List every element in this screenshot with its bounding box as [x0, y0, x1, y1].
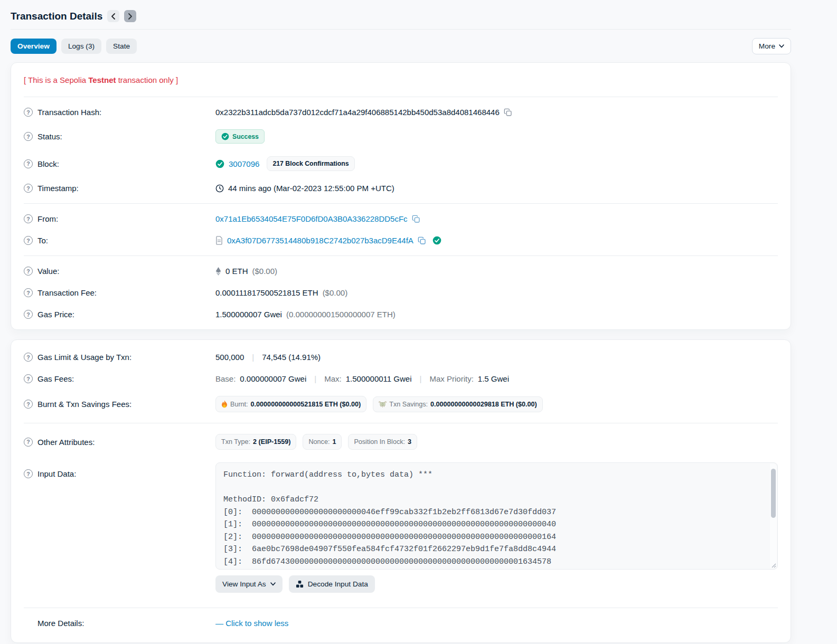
timestamp-label: Timestamp:	[37, 184, 79, 193]
transaction-hash-label: Transaction Hash:	[37, 108, 101, 117]
resize-handle-icon[interactable]	[770, 562, 776, 568]
page-header: Transaction Details	[11, 0, 791, 29]
burnt-fees-badge-label: Burnt:	[230, 401, 248, 408]
contract-file-icon	[215, 236, 223, 245]
help-icon[interactable]: ?	[24, 288, 33, 297]
max-fee-label: Max:	[324, 374, 342, 383]
help-icon[interactable]: ?	[24, 132, 33, 141]
row-from: ? From: 0x71a1Eb6534054E75F0D6fD0A3B0A33…	[24, 208, 778, 230]
money-with-wings-icon	[379, 401, 387, 408]
testnet-warning-prefix: [ This is a Sepolia	[24, 75, 88, 84]
decode-input-data-button[interactable]: Decode Input Data	[289, 575, 375, 593]
value-amount: 0 ETH	[225, 267, 248, 276]
input-data-scrollbar-track[interactable]	[770, 463, 777, 569]
transaction-fee-label: Transaction Fee:	[37, 288, 97, 297]
gas-fees-label: Gas Fees:	[37, 374, 74, 383]
tab-overview[interactable]: Overview	[11, 39, 57, 54]
row-transaction-fee: ? Transaction Fee: 0.000111817500521815 …	[24, 282, 778, 304]
help-icon[interactable]: ?	[24, 267, 33, 276]
testnet-warning-bold: Testnet	[88, 75, 116, 84]
burnt-fees-badge: Burnt: 0.000000000000521815 ETH ($0.00)	[215, 396, 366, 412]
from-address-link[interactable]: 0x71a1Eb6534054E75F0D6fD0A3B0A336228DD5c…	[215, 214, 408, 223]
chevron-left-icon	[111, 13, 116, 20]
nonce-badge: Nonce: 1	[303, 434, 342, 450]
copy-to-address-button[interactable]	[418, 236, 426, 245]
help-icon[interactable]: ?	[24, 469, 33, 478]
help-icon[interactable]: ?	[24, 438, 33, 447]
blocks-icon	[296, 580, 304, 588]
help-icon[interactable]: ?	[24, 374, 33, 383]
burnt-fees-badge-value: 0.000000000000521815 ETH ($0.00)	[251, 401, 361, 408]
row-burnt-savings: ? Burnt & Txn Savings Fees: Burnt: 0.000…	[24, 390, 778, 419]
position-in-block-value: 3	[408, 438, 411, 446]
fire-icon	[221, 400, 228, 408]
txn-type-value: 2 (EIP-1559)	[253, 438, 290, 446]
base-fee-value: 0.000000007 Gwei	[240, 374, 306, 383]
chevron-right-icon	[128, 13, 133, 20]
help-icon[interactable]: ?	[24, 400, 33, 409]
divider	[24, 608, 778, 608]
ethereum-icon	[215, 267, 221, 276]
view-input-as-label: View Input As	[222, 580, 266, 588]
help-icon[interactable]: ?	[24, 353, 33, 362]
view-input-as-button[interactable]: View Input As	[215, 575, 283, 593]
copy-from-address-button[interactable]	[412, 215, 420, 223]
clock-icon	[215, 184, 224, 193]
txn-savings-badge-value: 0.00000000000029818 ETH ($0.00)	[430, 401, 537, 408]
check-circle-icon	[215, 159, 224, 168]
tabs-row: Overview Logs (3) State More	[11, 38, 791, 54]
transaction-fee-usd: ($0.00)	[323, 288, 348, 297]
tab-logs[interactable]: Logs (3)	[61, 39, 101, 54]
help-icon[interactable]: ?	[24, 236, 33, 245]
show-less-link[interactable]: — Click to show less	[215, 619, 288, 628]
from-label: From:	[37, 214, 58, 223]
help-icon[interactable]: ?	[24, 214, 33, 223]
next-transaction-button[interactable]	[124, 10, 136, 22]
help-icon[interactable]: ?	[24, 159, 33, 168]
input-data-scrollbar-thumb[interactable]	[771, 469, 776, 518]
page-container: Transaction Details Overview Logs (3) St…	[11, 0, 791, 643]
nonce-value: 1	[332, 438, 336, 446]
input-data-textarea[interactable]: Function: forward(address to,bytes data)…	[215, 462, 778, 570]
header-divider	[11, 29, 791, 30]
help-icon[interactable]: ?	[24, 184, 33, 193]
gas-limit-value: 500,000	[215, 353, 244, 362]
help-icon[interactable]: ?	[24, 310, 33, 319]
row-other-attributes: ? Other Attributes: Txn Type: 2 (EIP-155…	[24, 428, 778, 456]
tab-state[interactable]: State	[106, 39, 137, 54]
decode-input-data-label: Decode Input Data	[308, 580, 368, 588]
verified-check-circle-icon	[432, 236, 441, 245]
input-data-label: Input Data:	[37, 469, 76, 478]
block-number-link[interactable]: 3007096	[229, 159, 259, 168]
value-label: Value:	[37, 267, 59, 276]
help-icon[interactable]: ?	[24, 108, 33, 117]
max-fee-value: 1.500000011 Gwei	[346, 374, 412, 383]
more-dropdown-button[interactable]: More	[752, 38, 791, 54]
testnet-warning-suffix: transaction only ]	[116, 75, 178, 84]
other-attributes-label: Other Attributes:	[37, 438, 95, 447]
max-priority-fee-value: 1.5 Gwei	[478, 374, 509, 383]
gas-price-label: Gas Price:	[37, 310, 74, 319]
row-gas-limit-usage: ? Gas Limit & Usage by Txn: 500,000 | 74…	[24, 344, 778, 368]
row-status: ? Status: Success	[24, 123, 778, 150]
copy-hash-button[interactable]	[504, 108, 512, 117]
input-data-content: Function: forward(address to,bytes data)…	[216, 463, 777, 569]
divider	[24, 97, 778, 97]
divider	[24, 255, 778, 256]
row-gas-fees: ? Gas Fees: Base: 0.000000007 Gwei | Max…	[24, 368, 778, 390]
overview-card: [ This is a Sepolia Testnet transaction …	[11, 62, 791, 330]
copy-icon	[412, 215, 420, 223]
more-details-label: More Details:	[37, 619, 84, 628]
row-gas-price: ? Gas Price: 1.500000007 Gwei (0.0000000…	[24, 304, 778, 325]
chevron-down-icon	[779, 44, 784, 48]
more-dropdown-label: More	[759, 42, 775, 50]
txn-savings-badge: Txn Savings: 0.00000000000029818 ETH ($0…	[373, 396, 542, 412]
page-title: Transaction Details	[11, 11, 102, 22]
row-block: ? Block: 3007096 217 Block Confirmations	[24, 150, 778, 177]
transaction-hash-value: 0x2322b311adcb5da737d012cdcf71a4a29f4068…	[215, 108, 500, 117]
to-address-link[interactable]: 0xA3f07D6773514480b918C2742b027b3acD9E44…	[227, 236, 413, 245]
status-label: Status:	[37, 132, 62, 141]
position-in-block-label: Position In Block:	[354, 438, 405, 446]
previous-transaction-button[interactable]	[107, 10, 119, 22]
tabs: Overview Logs (3) State	[11, 39, 137, 54]
